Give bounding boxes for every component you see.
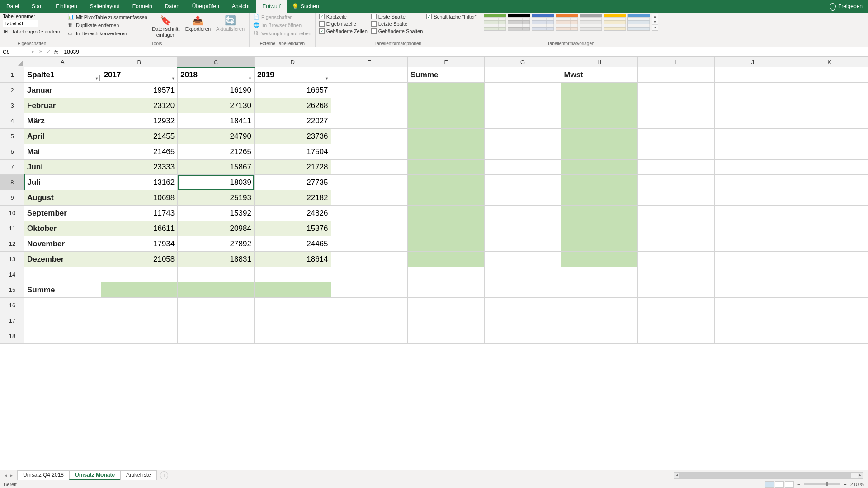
cell[interactable]: 11743 bbox=[101, 206, 178, 221]
cell[interactable] bbox=[331, 190, 408, 206]
cell[interactable]: Februar bbox=[24, 98, 101, 113]
cell[interactable] bbox=[408, 113, 485, 129]
cell[interactable] bbox=[408, 129, 485, 144]
select-all-corner[interactable] bbox=[0, 57, 24, 67]
cell[interactable] bbox=[178, 282, 255, 298]
row-header[interactable]: 11 bbox=[0, 221, 24, 236]
view-page-layout-button[interactable] bbox=[775, 481, 784, 488]
cell[interactable] bbox=[638, 267, 715, 282]
cell[interactable] bbox=[791, 221, 868, 236]
cell[interactable] bbox=[331, 267, 408, 282]
cell[interactable] bbox=[331, 298, 408, 313]
cell[interactable] bbox=[408, 328, 485, 344]
scroll-right-icon[interactable]: ▸ bbox=[858, 473, 863, 478]
cell[interactable]: 16611 bbox=[101, 221, 178, 236]
cell[interactable] bbox=[254, 267, 331, 282]
cancel-icon[interactable]: ✕ bbox=[39, 49, 43, 55]
slicer-button[interactable]: 🔖 Datenschnitt einfügen bbox=[150, 14, 182, 39]
cell[interactable]: März bbox=[24, 113, 101, 129]
cell[interactable]: 2017▾ bbox=[101, 67, 178, 83]
cell[interactable] bbox=[714, 221, 791, 236]
row-header[interactable]: 3 bbox=[0, 98, 24, 113]
pivot-button[interactable]: 📊Mit PivotTable zusammenfassen bbox=[67, 14, 148, 21]
cell[interactable] bbox=[484, 144, 561, 160]
cell[interactable] bbox=[638, 144, 715, 160]
cell[interactable] bbox=[408, 160, 485, 175]
table-style-2[interactable] bbox=[532, 14, 554, 31]
scroll-left-icon[interactable]: ◂ bbox=[674, 473, 679, 478]
cell[interactable]: 27892 bbox=[178, 236, 255, 252]
cell[interactable] bbox=[331, 282, 408, 298]
cell[interactable] bbox=[714, 236, 791, 252]
menu-datei[interactable]: Datei bbox=[0, 0, 25, 13]
row-header[interactable]: 16 bbox=[0, 298, 24, 313]
cell[interactable] bbox=[178, 328, 255, 344]
cell[interactable]: 19571 bbox=[101, 83, 178, 98]
convert-range-button[interactable]: ▭In Bereich konvertieren bbox=[67, 30, 148, 37]
cell[interactable] bbox=[178, 267, 255, 282]
chevron-up-icon[interactable]: ▲ bbox=[652, 14, 658, 19]
cell[interactable] bbox=[714, 67, 791, 83]
cell[interactable] bbox=[561, 83, 638, 98]
cell[interactable] bbox=[638, 160, 715, 175]
cell[interactable] bbox=[638, 252, 715, 267]
col-header-E[interactable]: E bbox=[331, 57, 408, 67]
cell[interactable] bbox=[408, 98, 485, 113]
cell[interactable] bbox=[331, 236, 408, 252]
cell[interactable] bbox=[254, 313, 331, 328]
menu-ansicht[interactable]: Ansicht bbox=[226, 0, 256, 13]
cell[interactable] bbox=[484, 83, 561, 98]
cell[interactable] bbox=[561, 206, 638, 221]
tab-first-icon[interactable]: ◂ bbox=[5, 472, 7, 479]
cell[interactable] bbox=[101, 298, 178, 313]
cell[interactable] bbox=[484, 298, 561, 313]
cell[interactable] bbox=[714, 190, 791, 206]
table-style-3[interactable] bbox=[556, 14, 578, 31]
opt-filter-button[interactable]: ✓Schaltfläche "Filter" bbox=[425, 14, 477, 20]
cell[interactable] bbox=[638, 129, 715, 144]
row-header[interactable]: 2 bbox=[0, 83, 24, 98]
cell[interactable]: 17504 bbox=[254, 144, 331, 160]
zoom-in-button[interactable]: + bbox=[844, 482, 846, 487]
cell[interactable] bbox=[331, 98, 408, 113]
cell[interactable] bbox=[331, 129, 408, 144]
col-header-F[interactable]: F bbox=[408, 57, 485, 67]
col-header-G[interactable]: G bbox=[484, 57, 561, 67]
cell[interactable]: 21728 bbox=[254, 160, 331, 175]
opt-total-row[interactable]: Ergebniszeile bbox=[318, 21, 368, 27]
refresh-button[interactable]: 🔄 Aktualisieren bbox=[214, 14, 246, 33]
cell[interactable]: 24465 bbox=[254, 236, 331, 252]
cell[interactable] bbox=[331, 83, 408, 98]
cell[interactable]: Mai bbox=[24, 144, 101, 160]
cell[interactable] bbox=[561, 160, 638, 175]
col-header-A[interactable]: A bbox=[24, 57, 101, 67]
cell[interactable] bbox=[484, 98, 561, 113]
opt-banded-cols[interactable]: Gebänderte Spalten bbox=[370, 28, 424, 34]
cell[interactable]: 18831 bbox=[178, 252, 255, 267]
cell[interactable] bbox=[791, 313, 868, 328]
cell[interactable] bbox=[791, 236, 868, 252]
table-style-1[interactable] bbox=[508, 14, 530, 31]
cell[interactable] bbox=[484, 328, 561, 344]
zoom-out-button[interactable]: − bbox=[797, 482, 800, 487]
cell[interactable] bbox=[178, 313, 255, 328]
enter-icon[interactable]: ✓ bbox=[47, 49, 51, 55]
cell[interactable]: 20984 bbox=[178, 221, 255, 236]
row-header[interactable]: 10 bbox=[0, 206, 24, 221]
cell[interactable] bbox=[408, 267, 485, 282]
cell[interactable] bbox=[714, 98, 791, 113]
row-header[interactable]: 12 bbox=[0, 236, 24, 252]
cell[interactable] bbox=[561, 175, 638, 190]
cell[interactable] bbox=[714, 160, 791, 175]
cell[interactable] bbox=[791, 298, 868, 313]
cell[interactable] bbox=[791, 83, 868, 98]
cell[interactable]: 24826 bbox=[254, 206, 331, 221]
cell[interactable] bbox=[791, 175, 868, 190]
view-page-break-button[interactable] bbox=[785, 481, 794, 488]
cell[interactable] bbox=[484, 206, 561, 221]
cell[interactable] bbox=[484, 67, 561, 83]
row-header[interactable]: 17 bbox=[0, 313, 24, 328]
cell[interactable] bbox=[714, 144, 791, 160]
cell[interactable]: 27735 bbox=[254, 175, 331, 190]
share-button[interactable]: Freigeben bbox=[830, 3, 863, 9]
